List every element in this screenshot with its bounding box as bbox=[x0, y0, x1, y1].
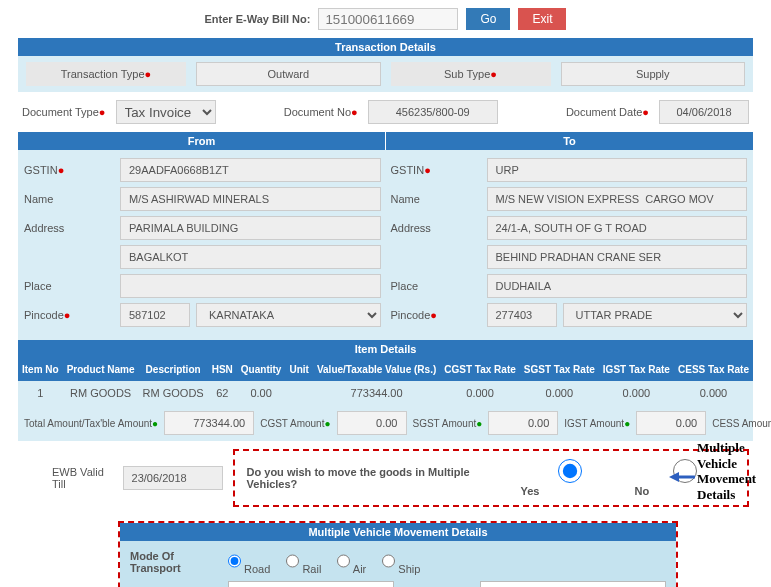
to-column: GSTIN● Name Address Place Pincode● bbox=[391, 158, 748, 332]
table-row: 1 RM GOODS RM GOODS 62 0.00 773344.00 0.… bbox=[18, 381, 753, 405]
to-addr2-input[interactable] bbox=[487, 245, 748, 269]
to-gstin-label: GSTIN bbox=[391, 164, 425, 176]
from-gstin-input[interactable] bbox=[120, 158, 381, 182]
cell-desc: RM GOODS bbox=[139, 381, 208, 405]
sub-type-value: Supply bbox=[561, 62, 746, 86]
cell-pname: RM GOODS bbox=[63, 381, 139, 405]
to-pin-label: Pincode bbox=[391, 309, 431, 321]
transaction-type-label: Transaction Type bbox=[61, 68, 145, 80]
multiple-vehicle-question: Do you wish to move the goods in Multipl… bbox=[247, 466, 491, 490]
from-column: GSTIN● Name Address Place Pincode● bbox=[24, 158, 381, 332]
ewb-no-input[interactable] bbox=[318, 8, 458, 30]
from-gstin-label: GSTIN bbox=[24, 164, 58, 176]
cell-igst: 0.000 bbox=[599, 381, 674, 405]
document-row: Document Type● Tax Invoice Document No● … bbox=[18, 92, 753, 132]
transaction-type-value: Outward bbox=[196, 62, 381, 86]
cell-sgst: 0.000 bbox=[520, 381, 599, 405]
mv-to-place-input[interactable] bbox=[480, 581, 666, 587]
mv-header: Multiple Vehicle Movement Details bbox=[120, 523, 676, 541]
cgst-amount-input[interactable] bbox=[337, 411, 407, 435]
road-radio-label[interactable]: Road bbox=[228, 549, 270, 575]
from-name-label: Name bbox=[24, 193, 114, 205]
total-amount-input[interactable] bbox=[164, 411, 254, 435]
col-sgst: SGST Tax Rate bbox=[520, 358, 599, 381]
from-state-select[interactable]: KARNATAKA bbox=[196, 303, 381, 327]
total-amount-label: Total Amount/Tax'ble Amount bbox=[24, 418, 152, 429]
transaction-type-label-cell: Transaction Type● bbox=[26, 62, 186, 86]
from-pin-input[interactable] bbox=[120, 303, 190, 327]
from-pin-label: Pincode bbox=[24, 309, 64, 321]
totals-row: Total Amount/Tax'ble Amount● CGST Amount… bbox=[18, 405, 753, 441]
annotation-text: Multiple Vehicle Movement Details bbox=[697, 440, 767, 502]
ship-radio-label[interactable]: Ship bbox=[382, 549, 420, 575]
from-to-header: From To bbox=[18, 132, 753, 150]
ewb-no-label: Enter E-Way Bill No: bbox=[205, 13, 311, 25]
col-igst: IGST Tax Rate bbox=[599, 358, 674, 381]
yes-radio-label[interactable]: Yes bbox=[520, 459, 624, 497]
road-radio[interactable] bbox=[228, 549, 241, 573]
to-place-label: Place bbox=[391, 280, 481, 292]
air-radio[interactable] bbox=[337, 549, 350, 573]
from-addr1-input[interactable] bbox=[120, 216, 381, 240]
rail-radio[interactable] bbox=[286, 549, 299, 573]
to-header: To bbox=[385, 132, 753, 150]
from-header: From bbox=[18, 132, 385, 150]
sgst-amount-input[interactable] bbox=[488, 411, 558, 435]
rail-radio-label[interactable]: Rail bbox=[286, 549, 321, 575]
sub-type-label-cell: Sub Type● bbox=[391, 62, 551, 86]
ewb-valid-till-label: EWB Valid Till bbox=[52, 466, 113, 490]
to-gstin-input[interactable] bbox=[487, 158, 748, 182]
transaction-details-header: Transaction Details bbox=[18, 38, 753, 56]
multiple-vehicle-movement-panel: Multiple Vehicle Movement Details Mode O… bbox=[118, 521, 678, 587]
doc-type-select[interactable]: Tax Invoice bbox=[116, 100, 216, 124]
cell-item-no: 1 bbox=[18, 381, 63, 405]
igst-amount-input[interactable] bbox=[636, 411, 706, 435]
ewb-valid-till-input[interactable] bbox=[123, 466, 223, 490]
to-name-label: Name bbox=[391, 193, 481, 205]
from-place-input[interactable] bbox=[120, 274, 381, 298]
igst-amount-label: IGST Amount bbox=[564, 418, 624, 429]
to-addr1-input[interactable] bbox=[487, 216, 748, 240]
required-star: ● bbox=[145, 68, 152, 80]
top-bar: Enter E-Way Bill No: Go Exit bbox=[18, 4, 753, 38]
sgst-amount-label: SGST Amount bbox=[413, 418, 477, 429]
go-button[interactable]: Go bbox=[466, 8, 510, 30]
from-addr2-input[interactable] bbox=[120, 245, 381, 269]
col-description: Description bbox=[139, 358, 208, 381]
to-pin-input[interactable] bbox=[487, 303, 557, 327]
cell-cess: 0.000 bbox=[674, 381, 753, 405]
to-state-select[interactable]: UTTAR PRADE bbox=[563, 303, 748, 327]
doc-type-label: Document Type● bbox=[22, 106, 106, 118]
required-star: ● bbox=[490, 68, 497, 80]
sub-type-label: Sub Type bbox=[444, 68, 490, 80]
air-radio-label[interactable]: Air bbox=[337, 549, 366, 575]
mv-from-place-input[interactable] bbox=[228, 581, 394, 587]
col-item-no: Item No bbox=[18, 358, 63, 381]
cell-unit bbox=[285, 381, 312, 405]
to-place-input[interactable] bbox=[487, 274, 748, 298]
ship-radio[interactable] bbox=[382, 549, 395, 573]
transaction-row: Transaction Type● Outward Sub Type● Supp… bbox=[26, 62, 745, 86]
col-unit: Unit bbox=[285, 358, 312, 381]
yes-radio[interactable] bbox=[520, 459, 620, 483]
cell-qty: 0.00 bbox=[237, 381, 286, 405]
valid-till-row: EWB Valid Till Do you wish to move the g… bbox=[18, 441, 753, 515]
col-product-name: Product Name bbox=[63, 358, 139, 381]
cell-value: 773344.00 bbox=[313, 381, 440, 405]
to-name-input[interactable] bbox=[487, 187, 748, 211]
mode-of-transport-label: Mode Of Transport bbox=[130, 550, 220, 574]
doc-date-value: 04/06/2018 bbox=[659, 100, 749, 124]
from-name-input[interactable] bbox=[120, 187, 381, 211]
to-addr-label: Address bbox=[391, 222, 481, 234]
from-addr-label: Address bbox=[24, 222, 114, 234]
svg-marker-1 bbox=[669, 472, 679, 482]
cgst-amount-label: CGST Amount bbox=[260, 418, 324, 429]
cell-hsn: 62 bbox=[208, 381, 237, 405]
cess-amount-label: CESS Amount bbox=[712, 418, 771, 429]
col-cess: CESS Tax Rate bbox=[674, 358, 753, 381]
doc-no-value: 456235/800-09 bbox=[368, 100, 498, 124]
item-table: Item No Product Name Description HSN Qua… bbox=[18, 358, 753, 405]
exit-button[interactable]: Exit bbox=[518, 8, 566, 30]
doc-date-label: Document Date● bbox=[566, 106, 649, 118]
arrow-icon bbox=[669, 470, 695, 484]
